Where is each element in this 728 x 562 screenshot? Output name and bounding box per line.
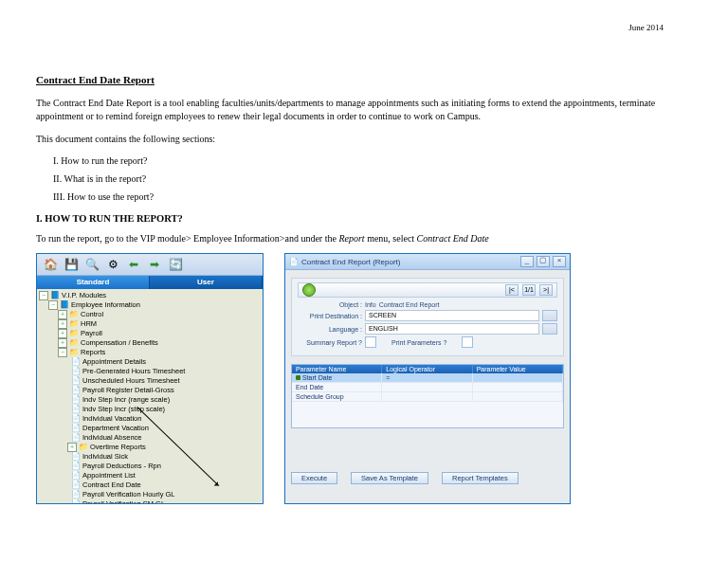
tree-report-item[interactable]: Individual Sick [82, 452, 128, 462]
parameter-table: Parameter Name Logical Operator Paramete… [291, 364, 564, 428]
expand-icon[interactable]: − [48, 300, 58, 310]
folder-icon [69, 348, 79, 357]
nav-toolbar: 🏠 💾 🔍 ⚙ ⬅ ➡ 🔄 [37, 254, 263, 276]
nav-save-icon[interactable]: 💾 [62, 255, 81, 274]
col-param-name: Parameter Name [292, 365, 382, 373]
section-1-heading: I. HOW TO RUN THE REPORT? [36, 213, 692, 224]
tree-report-item[interactable]: Indv Step Incr (step scale) [82, 405, 165, 414]
report-templates-button[interactable]: Report Templates [442, 472, 519, 484]
form-button-row: Execute Save As Template Report Template… [285, 428, 570, 494]
print-params-checkbox[interactable] [462, 336, 473, 348]
nav-back-icon[interactable]: ⬅ [124, 255, 143, 274]
page-date: June 2014 [628, 23, 664, 32]
folder-icon [69, 338, 79, 348]
run-text-2: menu, select [365, 233, 417, 244]
object-label: Object : [298, 301, 362, 308]
param-row-start-date[interactable]: Start Date = [292, 373, 563, 383]
screenshot-row: 🏠 💾 🔍 ⚙ ⬅ ➡ 🔄 Standard User −V.I.P. Modu… [36, 253, 692, 504]
tree-report-item[interactable]: Appointment Details [82, 357, 146, 367]
tab-user[interactable]: User [150, 276, 263, 289]
print-dest-field[interactable]: SCREEN [365, 310, 539, 321]
step-button[interactable]: >| [539, 284, 553, 296]
tree-report-item[interactable]: Pre-Generated Hours Timesheet [82, 367, 185, 376]
tree-report-item[interactable]: Department Vacation [82, 424, 149, 433]
param-row-schedule-group[interactable]: Schedule Group [292, 392, 563, 402]
nav-tabbar: Standard User [37, 276, 263, 289]
nav-settings-icon[interactable]: ⚙ [103, 255, 122, 274]
lookup-button[interactable] [542, 323, 557, 335]
folder-icon [69, 310, 79, 319]
tree-payroll[interactable]: Payroll [81, 329, 102, 338]
tree-report-item[interactable]: Payroll Register Detail-Gross [82, 386, 174, 395]
folder-icon [79, 443, 88, 452]
run-text-1: To run the report, go to the VIP module>… [36, 233, 338, 244]
doc-title: Contract End Date Report [36, 74, 692, 85]
document-body: Contract End Date Report The Contract En… [0, 0, 728, 504]
col-operator: Logical Operator [382, 365, 472, 373]
step-button[interactable]: 1/1 [522, 284, 536, 296]
doc-icon [71, 395, 81, 405]
execute-button[interactable]: Execute [291, 472, 337, 484]
expand-icon[interactable]: + [58, 310, 67, 319]
expand-icon[interactable]: + [58, 319, 67, 329]
col-value: Parameter Value [473, 365, 563, 373]
tree-hrm[interactable]: HRM [81, 319, 97, 329]
tree-employee-info[interactable]: Employee Information [71, 300, 140, 310]
doc-icon [71, 471, 81, 480]
lookup-button[interactable] [542, 310, 557, 321]
summary-checkbox[interactable] [365, 336, 376, 348]
step-button[interactable]: |< [505, 284, 519, 296]
tree-control[interactable]: Control [81, 310, 103, 319]
tree-contract-end-date[interactable]: Contract End Date [82, 480, 141, 490]
book-icon [50, 291, 60, 300]
record-indicator-icon [302, 283, 316, 297]
nav-home-icon[interactable]: 🏠 [41, 255, 60, 274]
save-template-button[interactable]: Save As Template [351, 472, 428, 484]
folder-icon [69, 319, 79, 329]
tree-reports[interactable]: Reports [81, 348, 105, 357]
section-list: I. How to run the report? II. What is in… [53, 155, 692, 202]
section-iii: III. How to use the report? [53, 191, 692, 202]
expand-icon[interactable]: + [58, 329, 67, 338]
tree-report-item[interactable]: Unscheduled Hours Timesheet [82, 376, 180, 386]
window-close-button[interactable]: × [553, 256, 566, 267]
language-field[interactable]: ENGLISH [365, 323, 539, 335]
tree-report-item[interactable]: Individual Absence [82, 433, 142, 443]
run-ital-1: Report [338, 233, 364, 244]
book-icon [60, 300, 69, 310]
tree-report-item[interactable]: Payroll Verification Hourly GL [82, 490, 175, 499]
tree-root[interactable]: V.I.P. Modules [62, 291, 106, 300]
screenshot-tree-navigator: 🏠 💾 🔍 ⚙ ⬅ ➡ 🔄 Standard User −V.I.P. Modu… [36, 253, 264, 504]
tree-report-item[interactable]: Payroll Verification SM GL [82, 499, 165, 503]
doc-icon [71, 424, 81, 433]
nav-search-icon[interactable]: 🔍 [82, 255, 101, 274]
summary-label: Summary Report ? [298, 339, 362, 346]
tree-report-item[interactable]: Appointment List [82, 471, 136, 480]
param-row-end-date[interactable]: End Date [292, 383, 563, 392]
window-max-button[interactable]: ▢ [537, 256, 550, 267]
tab-standard[interactable]: Standard [37, 276, 150, 289]
expand-icon[interactable]: + [58, 338, 67, 348]
doc-icon [71, 499, 81, 503]
object-code[interactable]: Info [365, 301, 376, 308]
tree-report-item[interactable]: Individual Vacation [82, 414, 141, 424]
nav-refresh-icon[interactable]: 🔄 [166, 255, 185, 274]
nav-forward-icon[interactable]: ➡ [145, 255, 164, 274]
section-ii: II. What is in the report? [53, 173, 692, 184]
doc-icon [71, 490, 81, 499]
section-i: I. How to run the report? [53, 155, 692, 166]
tree-overtime-reports[interactable]: Overtime Reports [90, 443, 146, 452]
expand-icon[interactable]: − [39, 291, 48, 300]
expand-icon[interactable]: + [67, 443, 77, 452]
doc-icon [71, 462, 81, 471]
window-min-button[interactable]: _ [520, 256, 534, 267]
object-strip: |< 1/1 >| [298, 282, 557, 298]
tree-comp-benefits[interactable]: Compensation / Benefits [81, 338, 158, 348]
tree-report-item[interactable]: Indv Step Incr (range scale) [82, 395, 170, 405]
tree-report-item[interactable]: Payroll Deductions - Rpn [82, 462, 161, 471]
doc-icon [71, 367, 81, 376]
object-name[interactable]: Contract End Report [379, 301, 539, 308]
row-selected-icon [296, 375, 300, 380]
doc-icon [71, 386, 81, 395]
expand-icon[interactable]: − [58, 348, 67, 357]
